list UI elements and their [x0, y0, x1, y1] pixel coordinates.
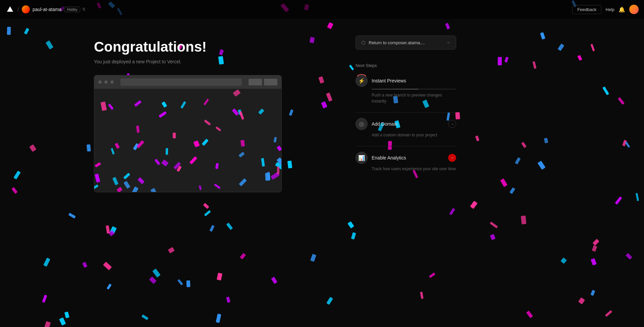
step-icon-wrapper: ⚡ — [356, 75, 368, 87]
step-instant-previews: ⚡ Instant Previews Push a new branch to … — [356, 75, 456, 104]
confetti-piece — [173, 162, 181, 170]
confetti-piece — [159, 111, 167, 118]
loading-spinner-icon — [355, 74, 368, 87]
confetti-piece — [95, 174, 100, 183]
confetti-piece — [215, 126, 221, 132]
arrow-right-icon: → — [446, 40, 450, 45]
step-add-domain: ◎ Add Domain → Add a custom domain to yo… — [356, 118, 456, 138]
enable-analytics-desc: Track how users experience your site ove… — [372, 166, 456, 172]
feedback-button[interactable]: Feedback — [572, 5, 601, 14]
add-domain-arrow-button[interactable]: → — [448, 120, 456, 128]
confetti-piece — [258, 108, 264, 114]
help-button[interactable]: Help — [605, 7, 614, 12]
confetti-piece — [265, 173, 270, 181]
enable-analytics-title: Enable Analytics — [372, 155, 444, 160]
confetti-piece — [134, 100, 142, 107]
browser-dot-yellow — [104, 80, 108, 84]
confetti-piece — [194, 140, 200, 147]
confetti-piece — [277, 157, 281, 167]
confetti-piece — [275, 162, 281, 170]
confetti-piece — [136, 125, 139, 132]
confetti-piece — [233, 89, 241, 96]
breadcrumb-slash: / — [17, 6, 19, 13]
confetti-piece — [123, 181, 130, 189]
add-domain-icon: ◎ — [356, 118, 368, 130]
congratulations-title: Congratulations! — [94, 39, 329, 55]
confetti-piece — [162, 102, 167, 108]
header-actions: Feedback Help 🔔 — [572, 5, 639, 14]
confetti-piece — [202, 139, 209, 146]
confetti-piece — [123, 173, 130, 179]
confetti-piece — [204, 119, 211, 126]
step-enable-analytics-header: 📊 Enable Analytics → — [356, 152, 456, 164]
confetti-piece — [94, 184, 99, 189]
browser-toolbar — [94, 75, 281, 89]
confetti-piece — [204, 99, 209, 106]
browser-mockup — [94, 75, 282, 192]
account-name: paul-at-atama — [33, 7, 61, 12]
return-button[interactable]: ⬡ Return to composer.atama.... → — [356, 36, 456, 50]
browser-dot-red — [98, 80, 102, 84]
add-domain-title: Add Domain — [372, 121, 444, 127]
confetti-piece — [111, 148, 115, 154]
confetti-piece — [199, 185, 202, 190]
browser-url-bar — [120, 78, 242, 86]
next-steps-heading: Next Steps — [356, 63, 456, 68]
step-divider-2 — [356, 146, 456, 146]
instant-previews-desc: Push a new branch to preview changes ins… — [372, 92, 456, 104]
account-avatar — [22, 5, 30, 13]
step-add-domain-header: ◎ Add Domain → — [356, 118, 456, 130]
instant-previews-title: Instant Previews — [372, 78, 456, 83]
right-panel: ⬡ Return to composer.atama.... → Next St… — [356, 36, 456, 180]
confetti-piece — [215, 163, 219, 169]
confetti-piece — [277, 167, 279, 174]
confetti-piece — [240, 140, 245, 146]
confetti-piece — [132, 187, 138, 192]
confetti-piece — [267, 172, 270, 180]
browser-action-1 — [249, 79, 262, 85]
main-content: Congratulations! You just deployed a new… — [0, 19, 644, 327]
confetti-piece — [190, 156, 197, 165]
confetti-piece — [270, 172, 279, 180]
confetti-piece — [237, 109, 242, 115]
external-link-icon: ⬡ — [361, 40, 365, 45]
plan-badge: Hobby — [64, 7, 80, 12]
notifications-icon[interactable]: 🔔 — [619, 6, 625, 13]
confetti-piece — [114, 143, 120, 149]
enable-analytics-arrow-button[interactable]: → — [448, 154, 456, 162]
browser-action-buttons — [249, 79, 277, 85]
confetti-piece — [137, 140, 145, 148]
confetti-piece — [154, 158, 160, 165]
header: / paul-at-atama Hobby ⇅ Feedback Help 🔔 — [0, 0, 644, 19]
confetti-piece — [238, 152, 245, 157]
account-chevron-icon[interactable]: ⇅ — [82, 7, 86, 12]
step-divider-1 — [356, 112, 456, 113]
user-avatar[interactable] — [629, 5, 639, 14]
confetti-piece — [151, 188, 157, 192]
browser-content — [94, 89, 281, 192]
confetti-piece — [180, 101, 186, 109]
add-domain-desc: Add a custom domain to your project — [372, 132, 456, 138]
step-enable-analytics: 📊 Enable Analytics → Track how users exp… — [356, 152, 456, 172]
confetti-piece — [173, 133, 176, 138]
confetti-piece — [101, 102, 107, 111]
confetti-piece — [161, 159, 169, 167]
confetti-piece — [176, 166, 181, 172]
confetti-piece — [274, 137, 277, 142]
confetti-piece — [133, 143, 139, 150]
confetti-piece — [108, 104, 114, 110]
confetti-piece — [232, 108, 239, 116]
enable-analytics-icon: 📊 — [356, 152, 368, 164]
confetti-piece — [138, 177, 145, 184]
left-panel: Congratulations! You just deployed a new… — [94, 39, 329, 192]
confetti-piece — [166, 148, 168, 155]
confetti-piece — [239, 111, 244, 120]
confetti-piece — [261, 158, 265, 167]
step-loading-bar — [372, 89, 456, 89]
confetti-piece — [95, 162, 101, 168]
step-instant-previews-header: ⚡ Instant Previews — [356, 75, 456, 87]
confetti-piece — [117, 187, 123, 192]
confetti-piece — [276, 146, 281, 151]
confetti-piece — [112, 177, 118, 185]
vercel-logo-icon — [5, 5, 15, 14]
